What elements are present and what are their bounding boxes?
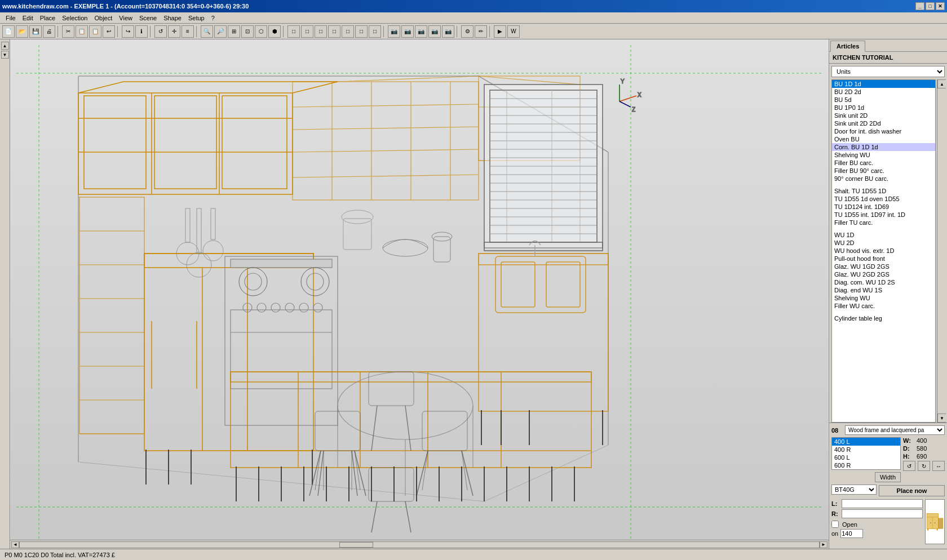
size-item[interactable]: 400 R	[832, 446, 900, 454]
list-item[interactable]: BU 1D 1d	[832, 80, 935, 88]
list-item[interactable]: 90° corner BU carc.	[832, 175, 935, 183]
menu-help[interactable]: ?	[208, 14, 218, 23]
l-input[interactable]	[842, 499, 923, 508]
menu-scene[interactable]: Scene	[136, 14, 160, 23]
items-scroll-up[interactable]: ▲	[937, 79, 946, 88]
print-button[interactable]: 🖨	[43, 25, 55, 38]
list-item[interactable]: WU 1D	[832, 231, 935, 239]
left-scroll-up[interactable]: ▲	[1, 42, 9, 50]
list-item[interactable]: Sink unit 2D 2Dd	[832, 119, 935, 127]
list-item[interactable]: Shelving WU	[832, 294, 935, 302]
items-scroll-down[interactable]: ▼	[937, 414, 946, 423]
list-item[interactable]: Diag. com. WU 1D 2S	[832, 278, 935, 286]
draw-button[interactable]: ✏	[475, 25, 487, 38]
list-item[interactable]: WU 2D	[832, 239, 935, 247]
sizes-list[interactable]: 400 L400 R600 L600 R	[831, 437, 901, 470]
menu-setup[interactable]: Setup	[185, 14, 208, 23]
list-item[interactable]: TU 1D55 1d oven 1D55	[832, 195, 935, 203]
save-button[interactable]: 💾	[29, 25, 42, 38]
viewport[interactable]: X Y Z ◄ ►	[10, 39, 829, 549]
zoom-out-button[interactable]: 🔎	[214, 25, 227, 38]
units-dropdown[interactable]: Units	[831, 66, 945, 77]
items-scroll-track[interactable]	[937, 88, 946, 414]
list-item[interactable]: TU 1D124 int. 1D69	[832, 203, 935, 211]
list-item[interactable]: Oven BU	[832, 135, 935, 143]
info-button[interactable]: ℹ	[135, 25, 148, 38]
list-item[interactable]: Corn. BU 1D 1d	[832, 143, 935, 151]
flip-icon[interactable]: ↔	[932, 461, 945, 471]
rotate-button[interactable]: ↺	[154, 25, 167, 38]
menu-object[interactable]: Object	[91, 14, 116, 23]
cut-button[interactable]: ✂	[62, 25, 74, 38]
menu-place[interactable]: Place	[37, 14, 59, 23]
items-list[interactable]: BU 1D 1dBU 2D 2dBU 5dBU 1P0 1dSink unit …	[831, 79, 936, 423]
r-input[interactable]	[842, 509, 923, 518]
view5-button[interactable]: □	[342, 25, 354, 38]
hscroll-track[interactable]	[19, 541, 820, 548]
zoom-fit-button[interactable]: ⊞	[228, 25, 240, 38]
menu-file[interactable]: File	[2, 14, 19, 23]
menu-view[interactable]: View	[116, 14, 136, 23]
view1-button[interactable]: □	[287, 25, 300, 38]
list-item[interactable]: Shalt. TU 1D55 1D	[832, 187, 935, 195]
list-item[interactable]: TU 1D55 int. 1D97 int. 1D	[832, 211, 935, 219]
zoom-all-button[interactable]: ⊡	[241, 25, 254, 38]
move-button[interactable]: ↪	[122, 25, 134, 38]
hscroll-right-button[interactable]: ►	[820, 541, 827, 548]
zoom-next-button[interactable]: ⬢	[268, 25, 281, 38]
list-item[interactable]: Glaz. WU 1GD 2GS	[832, 263, 935, 270]
list-item[interactable]: Glaz. WU 2GD 2GS	[832, 270, 935, 278]
list-item[interactable]: Diag. end WU 1S	[832, 286, 935, 294]
view4-button[interactable]: □	[328, 25, 340, 38]
size-item[interactable]: 400 L	[832, 438, 900, 446]
size-item[interactable]: 600 L	[832, 454, 900, 461]
list-item[interactable]: Cylinder table leg	[832, 314, 935, 322]
settings-button[interactable]: ⚙	[461, 25, 474, 38]
w-button[interactable]: W	[507, 25, 520, 38]
camera2-button[interactable]: 📷	[401, 25, 414, 38]
copy-button[interactable]: 📋	[76, 25, 88, 38]
zoom-prev-button[interactable]: ⬡	[255, 25, 267, 38]
minimize-button[interactable]: _	[915, 2, 924, 10]
width-button[interactable]: Width	[875, 472, 901, 482]
left-scroll-down[interactable]: ▼	[1, 51, 9, 59]
open-button[interactable]: 📂	[16, 25, 28, 38]
camera1-button[interactable]: 📷	[388, 25, 400, 38]
list-item[interactable]: BU 1P0 1d	[832, 104, 935, 112]
zoom-in-button[interactable]: 🔍	[201, 25, 213, 38]
size-item[interactable]: 600 R	[832, 461, 900, 469]
rotate-left-icon[interactable]: ↺	[903, 461, 915, 471]
menu-selection[interactable]: Selection	[59, 14, 91, 23]
undo-button[interactable]: ↩	[103, 25, 115, 38]
rotate-right-icon[interactable]: ↻	[918, 461, 930, 471]
on-input[interactable]	[840, 529, 863, 538]
camera3-button[interactable]: 📷	[415, 25, 427, 38]
menu-edit[interactable]: Edit	[19, 14, 37, 23]
hscroll-left-button[interactable]: ◄	[11, 541, 19, 548]
cross-button[interactable]: ✛	[168, 25, 180, 38]
new-button[interactable]: 📄	[2, 25, 15, 38]
place-now-button[interactable]: Place now	[879, 485, 945, 496]
list-item[interactable]: WU hood vis. extr. 1D	[832, 247, 935, 255]
list-item[interactable]: Filler WU carc.	[832, 302, 935, 310]
articles-tab[interactable]: Articles	[830, 41, 865, 52]
play-button[interactable]: ▶	[494, 25, 506, 38]
camera4-button[interactable]: 📷	[428, 25, 441, 38]
camera5-button[interactable]: 📷	[442, 25, 454, 38]
list-item[interactable]: Filler BU 90° carc.	[832, 167, 935, 175]
close-button[interactable]: ✕	[936, 2, 945, 10]
list-item[interactable]: Pull-out hood front	[832, 255, 935, 263]
menu-shape[interactable]: Shape	[160, 14, 185, 23]
list-item[interactable]: BU 5d	[832, 96, 935, 104]
view2-button[interactable]: □	[301, 25, 313, 38]
list-item[interactable]: Door for int. dish washer	[832, 127, 935, 135]
list-item[interactable]: Filler BU carc.	[832, 159, 935, 167]
list-item[interactable]: Shelving WU	[832, 151, 935, 159]
view6-button[interactable]: □	[355, 25, 368, 38]
lines-button[interactable]: ≡	[182, 25, 194, 38]
list-item[interactable]: Filler TU carc.	[832, 219, 935, 226]
maximize-button[interactable]: □	[926, 2, 935, 10]
list-item[interactable]: BU 2D 2d	[832, 88, 935, 96]
view7-button[interactable]: □	[369, 25, 381, 38]
open-checkbox[interactable]	[831, 521, 839, 528]
